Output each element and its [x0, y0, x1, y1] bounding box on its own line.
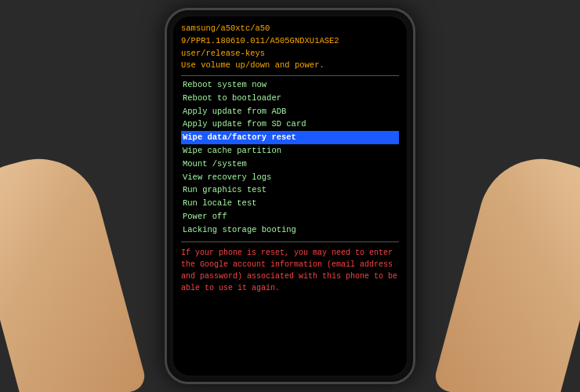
- header-info: samsung/a50xtc/a50 9/PPR1.180610.011/A50…: [181, 23, 399, 72]
- warning-box: If your phone is reset, you may need to …: [181, 241, 399, 294]
- header-line3: user/release-keys: [181, 48, 399, 60]
- menu-item-reboot-system[interactable]: Reboot system now: [181, 78, 399, 92]
- phone-inner: samsung/a50xtc/a50 9/PPR1.180610.011/A50…: [173, 16, 407, 376]
- header-line2: 9/PPR1.180610.011/A505GNDXU1ASE2: [181, 35, 399, 48]
- menu-list: Reboot system now Reboot to bootloader A…: [181, 78, 399, 237]
- menu-item-view-recovery[interactable]: View recovery logs: [181, 171, 399, 184]
- menu-item-apply-adb[interactable]: Apply update from ADB: [181, 105, 399, 118]
- header-divider: [181, 75, 399, 76]
- menu-item-wipe-cache[interactable]: Wipe cache partition: [181, 144, 399, 158]
- menu-item-mount-system[interactable]: Mount /system: [181, 158, 399, 171]
- hand-right: [432, 145, 580, 392]
- header-line4: Use volume up/down and power.: [181, 60, 399, 72]
- menu-item-lacking-storage[interactable]: Lacking storage booting: [181, 223, 399, 237]
- menu-item-reboot-bootloader[interactable]: Reboot to bootloader: [181, 92, 399, 105]
- screen: samsung/a50xtc/a50 9/PPR1.180610.011/A50…: [173, 16, 407, 376]
- menu-item-run-locale[interactable]: Run locale test: [181, 197, 399, 210]
- menu-item-power-off[interactable]: Power off: [181, 210, 399, 223]
- menu-item-apply-sdcard[interactable]: Apply update from SD card: [181, 118, 399, 131]
- menu-item-wipe-factory[interactable]: Wipe data/factory reset: [181, 131, 399, 144]
- power-button: [414, 73, 415, 112]
- header-line1: samsung/a50xtc/a50: [181, 23, 399, 35]
- menu-item-run-graphics[interactable]: Run graphics test: [181, 183, 399, 197]
- warning-text: If your phone is reset, you may need to …: [181, 247, 399, 294]
- hand-left: [0, 145, 148, 392]
- phone: samsung/a50xtc/a50 9/PPR1.180610.011/A50…: [165, 8, 415, 384]
- volume-down-button: [165, 100, 166, 128]
- scene: samsung/a50xtc/a50 9/PPR1.180610.011/A50…: [0, 0, 580, 392]
- volume-up-button: [165, 65, 166, 93]
